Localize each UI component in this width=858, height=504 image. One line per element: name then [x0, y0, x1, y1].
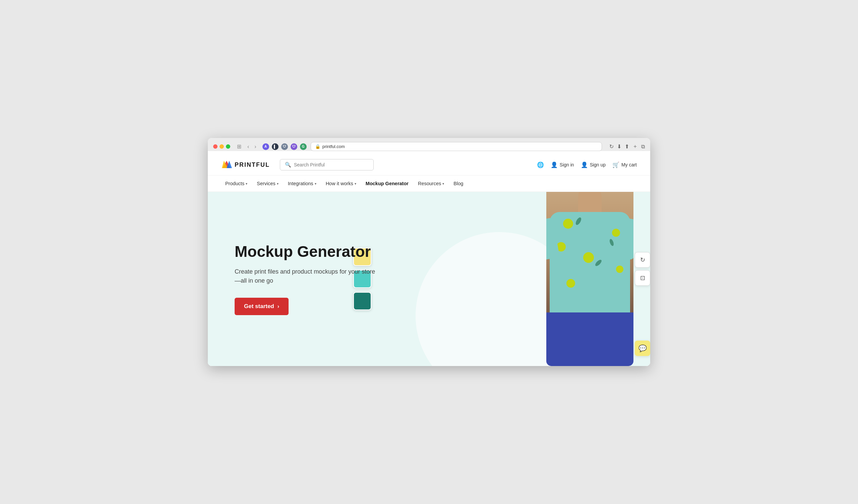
- nav-label-integrations: Integrations: [288, 181, 313, 186]
- get-started-button[interactable]: Get started ›: [235, 298, 289, 315]
- lemon-6: [567, 279, 575, 288]
- back-button[interactable]: ‹: [245, 143, 251, 150]
- logo-icon: [221, 160, 232, 169]
- user-plus-icon: 👤: [581, 161, 588, 168]
- browser-extensions: A ▌ 🛡 🛡 G: [263, 143, 307, 150]
- lemon-5: [616, 265, 623, 273]
- globe-icon: 🌐: [537, 161, 544, 168]
- integrations-chevron-icon: ▾: [315, 182, 316, 185]
- nav-label-blog: Blog: [454, 181, 463, 186]
- browser-nav-arrows: ‹ ›: [245, 143, 258, 150]
- rotate-icon: ↻: [640, 256, 645, 263]
- nav-label-resources: Resources: [418, 181, 441, 186]
- services-chevron-icon: ▾: [277, 182, 279, 185]
- sign-in-label: Sign in: [560, 162, 574, 167]
- nav-label-products: Products: [225, 181, 244, 186]
- address-bar-container: 🔒 printful.com: [311, 142, 602, 151]
- jeans: [546, 312, 633, 366]
- resources-chevron-icon: ▾: [442, 182, 444, 185]
- close-button[interactable]: [213, 144, 218, 149]
- cart-icon: 🛒: [612, 161, 619, 168]
- cart-button[interactable]: 🛒 My cart: [612, 161, 637, 168]
- search-icon: 🔍: [285, 162, 291, 168]
- crop-icon: ⊡: [640, 274, 645, 282]
- language-button[interactable]: 🌐: [537, 161, 544, 168]
- man-mockup: [546, 192, 633, 366]
- lemon-2: [612, 229, 620, 237]
- nav-item-products[interactable]: Products ▾: [221, 176, 251, 192]
- traffic-lights: [213, 144, 230, 149]
- rotate-button[interactable]: ↻: [635, 252, 650, 267]
- nav-item-services[interactable]: Services ▾: [253, 176, 283, 192]
- lock-icon: 🔒: [315, 144, 320, 149]
- nav-label-mockup-generator: Mockup Generator: [366, 181, 409, 186]
- nav-label-services: Services: [257, 181, 275, 186]
- cart-label: My cart: [621, 162, 637, 167]
- browser-window: ⊞ ‹ › A ▌ 🛡 🛡 G 🔒 printful.com: [208, 138, 650, 366]
- minimize-button[interactable]: [220, 144, 224, 149]
- products-chevron-icon: ▾: [246, 182, 247, 185]
- cta-label: Get started: [244, 303, 274, 310]
- how-it-works-chevron-icon: ▾: [354, 182, 356, 185]
- cta-arrow-icon: ›: [277, 304, 279, 309]
- search-input[interactable]: [294, 162, 369, 167]
- user-icon: 👤: [551, 161, 558, 168]
- header-actions: 🌐 👤 Sign in 👤 Sign up 🛒 My cart: [537, 161, 637, 168]
- nav-item-resources[interactable]: Resources ▾: [414, 176, 448, 192]
- reload-icon[interactable]: ↻: [609, 143, 614, 150]
- leaf-2: [609, 239, 615, 246]
- nav-label-how-it-works: How it works: [326, 181, 353, 186]
- site-nav: Products ▾ Services ▾ Integrations ▾ How…: [208, 176, 650, 192]
- nav-item-integrations[interactable]: Integrations ▾: [284, 176, 320, 192]
- lemon-1: [563, 219, 573, 229]
- search-bar[interactable]: 🔍: [280, 159, 374, 170]
- lemon-4: [583, 252, 594, 263]
- nav-item-blog[interactable]: Blog: [449, 176, 467, 192]
- browser-chrome: ⊞ ‹ › A ▌ 🛡 🛡 G 🔒 printful.com: [208, 138, 650, 151]
- hero-subtitle: Create print files and product mockups f…: [235, 267, 375, 286]
- download-icon[interactable]: ⬇: [617, 143, 621, 150]
- logo-link[interactable]: PRINTFUL: [221, 160, 270, 169]
- ext-green-icon[interactable]: G: [300, 143, 307, 150]
- torso-background: [546, 192, 633, 366]
- url-text: printful.com: [322, 144, 345, 149]
- logo-text: PRINTFUL: [235, 161, 270, 168]
- sign-up-button[interactable]: 👤 Sign up: [581, 161, 606, 168]
- ext-ublock-icon[interactable]: 🛡: [290, 143, 297, 150]
- leaf-3: [594, 259, 603, 267]
- sign-up-label: Sign up: [590, 162, 606, 167]
- tshirt-overlay: [550, 212, 630, 319]
- new-tab-icon[interactable]: ＋: [633, 143, 638, 150]
- sidebar-toggle-icon[interactable]: ⊞: [237, 143, 241, 150]
- ext-dark-icon[interactable]: ▌: [272, 143, 279, 150]
- ext-abp-icon[interactable]: A: [263, 143, 269, 150]
- nav-item-how-it-works[interactable]: How it works ▾: [322, 176, 360, 192]
- browser-titlebar: ⊞ ‹ › A ▌ 🛡 🛡 G 🔒 printful.com: [213, 142, 645, 151]
- hero-content: Mockup Generator Create print files and …: [208, 223, 396, 336]
- website: PRINTFUL 🔍 🌐 👤 Sign in 👤 Sign up: [208, 155, 650, 366]
- browser-toolbar-actions: ↻ ⬇ ⬆ ＋ ⧉: [609, 143, 645, 150]
- hero-visual: ↻ ⊡ 💬: [394, 192, 650, 366]
- maximize-button[interactable]: [226, 144, 230, 149]
- forward-button[interactable]: ›: [252, 143, 258, 150]
- crop-button[interactable]: ⊡: [635, 270, 650, 286]
- share-icon[interactable]: ⬆: [625, 143, 629, 150]
- sign-in-button[interactable]: 👤 Sign in: [551, 161, 574, 168]
- tabs-icon[interactable]: ⧉: [641, 144, 645, 150]
- hero-section: Mockup Generator Create print files and …: [208, 192, 650, 366]
- chat-icon: 💬: [638, 344, 647, 352]
- ext-shield-icon[interactable]: 🛡: [281, 143, 288, 150]
- site-header: PRINTFUL 🔍 🌐 👤 Sign in 👤 Sign up: [208, 155, 650, 176]
- chat-widget[interactable]: 💬: [635, 341, 650, 356]
- floating-action-buttons: ↻ ⊡: [635, 252, 650, 286]
- leaf-1: [575, 217, 583, 226]
- nav-item-mockup-generator[interactable]: Mockup Generator: [362, 176, 413, 192]
- address-bar[interactable]: 🔒 printful.com: [311, 142, 602, 151]
- hero-title: Mockup Generator: [235, 243, 375, 261]
